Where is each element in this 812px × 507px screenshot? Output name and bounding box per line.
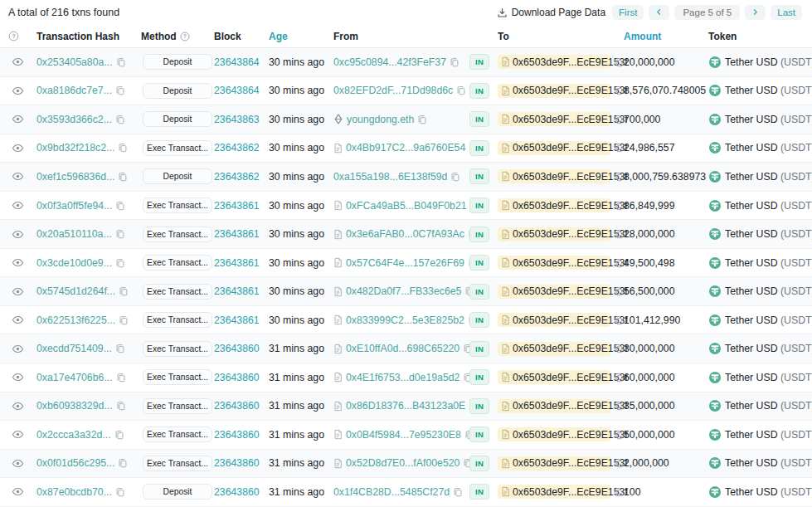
token-link[interactable]: Tether USD (USDT) — [725, 171, 812, 183]
block-link[interactable]: 23643862 — [214, 171, 260, 183]
to-address-link[interactable]: 0x6503de9F...EcE9E153f — [513, 142, 628, 154]
block-link[interactable]: 23643860 — [214, 429, 260, 441]
block-link[interactable]: 23643862 — [214, 142, 260, 154]
token-link[interactable]: Tether USD (USDT) — [725, 85, 812, 96]
eye-icon[interactable] — [12, 113, 24, 125]
copy-icon[interactable] — [118, 143, 128, 153]
copy-icon[interactable] — [115, 344, 125, 353]
txn-hash-link[interactable]: 0x2ccca3a32d... — [36, 429, 111, 441]
eye-icon[interactable] — [12, 400, 24, 412]
to-address-link[interactable]: 0x6503de9F...EcE9E153f — [513, 429, 628, 441]
block-link[interactable]: 23643861 — [214, 314, 260, 326]
copy-icon[interactable] — [115, 487, 125, 497]
from-address-link[interactable]: 0x4Bb917C2...9a6760E54 — [346, 142, 465, 154]
eye-icon[interactable] — [12, 485, 24, 498]
token-link[interactable]: Tether USD (USDT) — [725, 200, 812, 212]
block-link[interactable]: 23643864 — [214, 56, 260, 68]
token-link[interactable]: Tether USD (USDT) — [725, 372, 812, 383]
from-address-link[interactable]: 0x482Da0f7...FB33ec6e5 — [346, 285, 461, 297]
from-address-link[interactable]: 0x86D18376...B43123a0E — [346, 400, 465, 412]
from-address-link[interactable]: 0xc95c0894...42f3FeF37 — [333, 56, 446, 68]
pagination-next-button[interactable] — [745, 5, 766, 20]
copy-icon[interactable] — [614, 487, 624, 497]
eye-icon[interactable] — [12, 428, 24, 441]
block-link[interactable]: 23643861 — [214, 200, 260, 212]
eye-icon[interactable] — [12, 285, 24, 298]
to-address-link[interactable]: 0x6503de9F...EcE9E153f — [513, 257, 628, 269]
token-link[interactable]: Tether USD (USDT) — [725, 228, 812, 240]
copy-icon[interactable] — [115, 229, 125, 239]
copy-icon[interactable] — [115, 201, 125, 211]
eye-icon[interactable] — [12, 457, 24, 470]
txn-hash-link[interactable]: 0xb60938329d... — [36, 400, 113, 412]
pagination-prev-button[interactable] — [649, 5, 669, 20]
block-link[interactable]: 23643860 — [214, 486, 260, 498]
copy-icon[interactable] — [614, 401, 624, 411]
eye-icon[interactable] — [12, 85, 24, 97]
txn-hash-link[interactable]: 0x0f3a0ff5fe94... — [36, 200, 112, 212]
from-address-link[interactable]: 0x52D8d7E0...fAf00e520 — [346, 457, 459, 469]
to-address-link[interactable]: 0x6503de9F...EcE9E153f — [513, 85, 628, 96]
copy-icon[interactable] — [114, 430, 124, 440]
to-address-link[interactable]: 0x6503de9F...EcE9E153f — [513, 372, 628, 383]
from-address-link[interactable]: 0x833999C2...5e3E825b2 — [346, 314, 464, 326]
block-link[interactable]: 23643860 — [214, 372, 260, 383]
copy-icon[interactable] — [450, 57, 459, 67]
copy-icon[interactable] — [116, 401, 126, 411]
to-address-link[interactable]: 0x6503de9F...EcE9E153f — [513, 314, 628, 326]
token-link[interactable]: Tether USD (USDT) — [725, 56, 812, 68]
eye-icon[interactable] — [12, 371, 24, 383]
copy-icon[interactable] — [115, 85, 125, 95]
from-address-link[interactable]: 0x4E1f6753...d0e19a5d2 — [346, 372, 459, 383]
eye-icon[interactable] — [12, 170, 24, 183]
copy-icon[interactable] — [456, 85, 466, 95]
copy-icon[interactable] — [614, 373, 624, 383]
to-address-link[interactable]: 0x6503de9F...EcE9E153f — [513, 343, 628, 354]
token-link[interactable]: Tether USD (USDT) — [725, 343, 812, 354]
txn-hash-link[interactable]: 0x20a510110a... — [36, 228, 112, 240]
copy-icon[interactable] — [453, 487, 463, 497]
copy-icon[interactable] — [614, 430, 624, 440]
header-amount-toggle[interactable]: Amount — [624, 31, 708, 42]
txn-hash-link[interactable]: 0xef1c596836d... — [36, 171, 114, 183]
to-address-link[interactable]: 0x6503de9F...EcE9E153f — [513, 457, 628, 469]
txn-hash-link[interactable]: 0x87e0bcdb70... — [36, 486, 112, 498]
token-link[interactable]: Tether USD (USDT) — [725, 257, 812, 269]
txn-hash-link[interactable]: 0x5745d1d264f... — [36, 285, 115, 297]
question-circle-icon[interactable]: ? — [180, 32, 190, 41]
eye-icon[interactable] — [12, 343, 24, 355]
copy-icon[interactable] — [614, 143, 624, 153]
block-link[interactable]: 23643861 — [214, 228, 260, 240]
token-link[interactable]: Tether USD (USDT) — [725, 314, 812, 326]
to-address-link[interactable]: 0x6503de9F...EcE9E153f — [513, 285, 628, 297]
to-address-link[interactable]: 0x6503de9F...EcE9E153f — [513, 171, 628, 183]
copy-icon[interactable] — [614, 258, 624, 268]
copy-icon[interactable] — [116, 57, 126, 67]
token-link[interactable]: Tether USD (USDT) — [725, 114, 812, 125]
from-address-link[interactable]: 0x3e6aFAB0...0C7fA93Ac — [346, 228, 464, 240]
copy-icon[interactable] — [614, 315, 624, 325]
token-link[interactable]: Tether USD (USDT) — [725, 429, 812, 441]
token-link[interactable]: Tether USD (USDT) — [725, 285, 812, 297]
block-link[interactable]: 23643860 — [214, 457, 260, 469]
copy-icon[interactable] — [119, 286, 129, 296]
eye-icon[interactable] — [12, 314, 24, 326]
eye-icon[interactable] — [12, 142, 24, 154]
from-address-link[interactable]: 0x57C64F4e...157e26F69 — [346, 257, 464, 269]
eye-icon[interactable] — [12, 228, 24, 241]
txn-hash-link[interactable]: 0xecdd751409... — [36, 343, 112, 354]
copy-icon[interactable] — [614, 172, 624, 182]
from-address-link[interactable]: 0x82EFD2dF...71Dd98d6c — [333, 85, 453, 96]
txn-hash-link[interactable]: 0x622513f6225... — [36, 314, 115, 326]
token-link[interactable]: Tether USD (USDT) — [725, 457, 812, 469]
copy-icon[interactable] — [116, 373, 126, 383]
eye-icon[interactable] — [12, 199, 24, 212]
block-link[interactable]: 23643861 — [214, 285, 260, 297]
from-address-link[interactable]: 0x1f4CB28D...5485Cf27d — [333, 486, 450, 498]
txn-hash-link[interactable]: 0x0f01d56c295... — [36, 457, 114, 469]
to-address-link[interactable]: 0x6503de9F...EcE9E153f — [513, 228, 628, 240]
from-address-link[interactable]: 0xa155a198...6E138f59d — [333, 171, 447, 183]
from-address-link[interactable]: 0xFCa49aB5...B049F0b21 — [346, 200, 467, 212]
copy-icon[interactable] — [614, 458, 624, 468]
copy-icon[interactable] — [614, 201, 624, 211]
